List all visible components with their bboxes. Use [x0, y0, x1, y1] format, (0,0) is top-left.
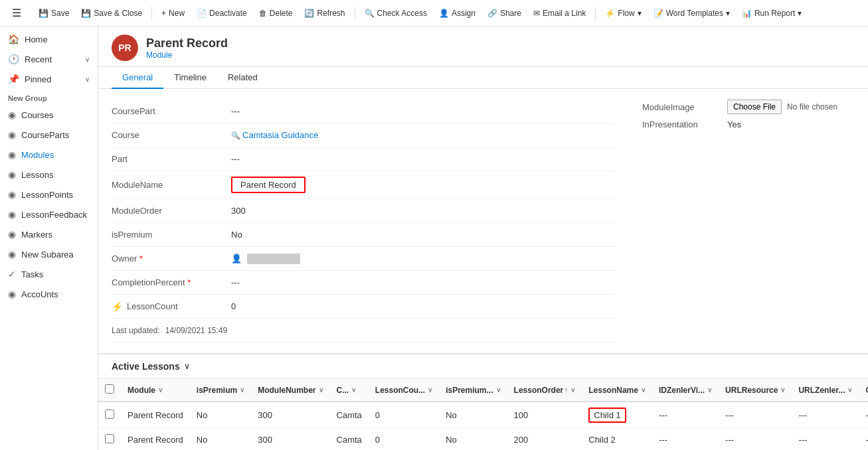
- col-modulenumber-chevron: ∨: [319, 386, 323, 394]
- moduleorder-row: ModuleOrder 300: [112, 199, 616, 223]
- cell-c: Camta: [330, 402, 369, 429]
- run-report-dropdown-icon: ▾: [798, 9, 802, 18]
- no-file-text: No file chosen: [787, 102, 837, 112]
- pinned-icon: 📌: [8, 74, 19, 84]
- col-module-header[interactable]: Module ∨: [121, 379, 190, 402]
- module-image-label: ModuleImage: [642, 102, 722, 112]
- col-lessonname-header[interactable]: LessonName ∨: [582, 379, 652, 402]
- sidebar-item-accounts[interactable]: ◉ AccoUnts: [0, 284, 98, 304]
- col-ispremium2-chevron: ∨: [496, 386, 501, 394]
- cell-idzenlervi: ---: [652, 429, 719, 451]
- delete-button[interactable]: 🗑 Delete: [254, 6, 298, 21]
- courses-icon: ◉: [8, 110, 16, 120]
- in-presentation-label: InPresentation: [642, 119, 722, 129]
- save-icon: 💾: [39, 9, 48, 18]
- form-right: ModuleImage Choose File No file chosen I…: [642, 100, 855, 342]
- sidebar-item-newsubarea[interactable]: ◉ New Subarea: [0, 244, 98, 264]
- col-urlzenler-chevron: ∨: [847, 386, 852, 394]
- subgrid-expand-icon[interactable]: ∨: [184, 362, 190, 371]
- col-urlzenler-header[interactable]: URLZenler... ∨: [792, 379, 859, 402]
- col-lessonorder-header[interactable]: LessonOrder ↑ ∨: [507, 379, 582, 402]
- col-c-header[interactable]: C... ∨: [330, 379, 369, 402]
- highlighted-cell: Child 1: [588, 408, 626, 423]
- completionpercent-value: ---: [231, 277, 616, 287]
- assign-button[interactable]: 👤 Assign: [434, 6, 481, 21]
- sidebar-item-markers[interactable]: ◉ Markers: [0, 224, 98, 244]
- cell-ispremium2: No: [439, 429, 507, 451]
- share-button[interactable]: 🔗 Share: [482, 6, 527, 21]
- sidebar-item-courseparts[interactable]: ◉ CourseParts: [0, 125, 98, 145]
- moduleorder-label: ModuleOrder: [112, 206, 231, 216]
- refresh-button[interactable]: 🔄 Refresh: [299, 6, 350, 21]
- col-urlresource-chevron: ∨: [780, 386, 785, 394]
- newsubarea-icon: ◉: [8, 249, 16, 260]
- col-ispremium-header[interactable]: isPremium ∨: [190, 379, 251, 402]
- col-lessoncou-header[interactable]: LessonCou... ∨: [369, 379, 439, 402]
- col-module-chevron: ∨: [158, 386, 163, 394]
- divider3: [595, 7, 596, 20]
- cell-lessonorder: 100: [507, 402, 582, 429]
- ispremium-row: isPremium No: [112, 223, 616, 247]
- row-checkbox[interactable]: [105, 434, 114, 443]
- cell-urlresource: ---: [719, 429, 792, 451]
- flow-button[interactable]: ⚡ Flow ▾: [600, 6, 646, 21]
- choose-file-button[interactable]: Choose File: [727, 100, 782, 114]
- row-checkbox[interactable]: [105, 410, 114, 419]
- new-button[interactable]: + New: [156, 6, 190, 21]
- tab-timeline[interactable]: Timeline: [163, 67, 217, 89]
- part-label: Part: [112, 154, 231, 164]
- col-urlresource-header[interactable]: URLResource ∨: [719, 379, 792, 402]
- sidebar-item-lessonpoints[interactable]: ◉ LessonPoints: [0, 185, 98, 204]
- markers-icon: ◉: [8, 229, 16, 240]
- run-report-button[interactable]: 📊 Run Report ▾: [737, 6, 807, 21]
- cell-ispremium: No: [190, 402, 251, 429]
- deactivate-button[interactable]: 📄 Deactivate: [191, 6, 252, 21]
- cell-urlresource: ---: [719, 402, 792, 429]
- tab-general[interactable]: General: [112, 67, 163, 89]
- course-value[interactable]: Camtasia Guidance: [231, 130, 616, 140]
- cell-idzenlervi: ---: [652, 402, 719, 429]
- col-check[interactable]: [98, 379, 121, 402]
- cell-module: Parent Record: [121, 429, 190, 451]
- col-lessonname-chevron: ∨: [641, 386, 646, 394]
- record-header: PR Parent Record Module: [98, 27, 868, 67]
- form-area: CoursePart --- Course Camtasia Guidance …: [98, 89, 868, 353]
- hamburger-button[interactable]: ☰: [7, 4, 27, 22]
- in-presentation-field: InPresentation Yes: [642, 119, 855, 129]
- word-templates-button[interactable]: 📝 Word Templates ▾: [648, 6, 735, 21]
- modulename-value[interactable]: Parent Record: [231, 177, 616, 193]
- tabs: General Timeline Related: [98, 67, 868, 89]
- select-all-checkbox[interactable]: [105, 384, 114, 394]
- sidebar-item-courses[interactable]: ◉ Courses: [0, 105, 98, 125]
- sidebar-item-lessons[interactable]: ◉ Lessons: [0, 165, 98, 185]
- check-access-icon: 🔍: [365, 9, 375, 18]
- sidebar-item-tasks[interactable]: ✓ Tasks: [0, 264, 98, 284]
- sidebar-item-recent[interactable]: 🕐 Recent ∨: [0, 49, 98, 69]
- email-icon: ✉: [533, 9, 540, 18]
- table-header: Module ∨ isPremium ∨: [98, 379, 868, 402]
- col-idzenlervi-header[interactable]: IDZenlerVi... ∨: [652, 379, 719, 402]
- sidebar: 🏠 Home 🕐 Recent ∨ 📌 Pinned ∨ New Group ◉…: [0, 27, 98, 450]
- sidebar-item-modules[interactable]: ◉ Modules: [0, 145, 98, 165]
- col-ispremium2-header[interactable]: isPremium... ∨: [439, 379, 507, 402]
- sort-asc-icon: ↑: [564, 386, 568, 394]
- email-link-button[interactable]: ✉ Email a Link: [528, 6, 591, 21]
- cell-lessonname: Child 2: [582, 429, 652, 451]
- save-button[interactable]: 💾 Save: [33, 6, 74, 21]
- divider2: [355, 7, 355, 20]
- lessoncount-value: 0: [231, 301, 616, 311]
- accounts-icon: ◉: [8, 289, 16, 299]
- check-access-button[interactable]: 🔍 Check Access: [359, 6, 432, 21]
- save-close-button[interactable]: 💾 Save & Close: [76, 6, 147, 21]
- sidebar-item-home[interactable]: 🏠 Home: [0, 29, 98, 49]
- col-modulenumber-header[interactable]: ModuleNumber ∨: [251, 379, 329, 402]
- col-guidstrea-header[interactable]: GUIDStrea... ∨: [859, 379, 868, 402]
- sidebar-item-lessonfeedback[interactable]: ◉ LessonFeedback: [0, 204, 98, 224]
- module-image-field: ModuleImage Choose File No file chosen: [642, 100, 855, 114]
- cell-lessoncou: 0: [369, 429, 439, 451]
- sidebar-item-pinned[interactable]: 📌 Pinned ∨: [0, 69, 98, 89]
- new-group-label: New Group: [0, 89, 98, 105]
- col-lessoncou-chevron: ∨: [428, 386, 432, 394]
- tab-related[interactable]: Related: [217, 67, 268, 89]
- owner-value[interactable]: 👤 XXXXXXXXX: [231, 254, 616, 263]
